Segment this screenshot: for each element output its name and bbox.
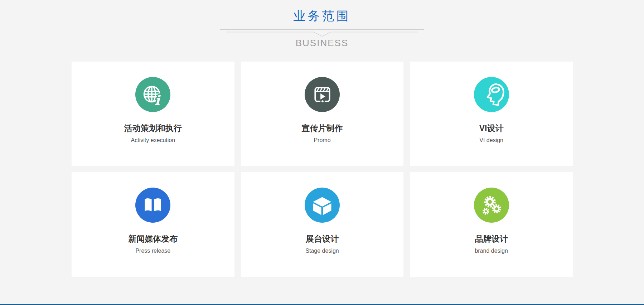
- card-title: 宣传片制作: [241, 123, 404, 134]
- service-card-promo[interactable]: 宣传片制作 Promo: [241, 62, 404, 166]
- card-subtitle: Press release: [72, 248, 234, 254]
- card-title: 品牌设计: [410, 233, 573, 244]
- card-subtitle: Activity execution: [72, 137, 234, 144]
- service-card-activity-execution[interactable]: i 活动策划和执行 Activity execution: [72, 62, 234, 166]
- section-subtitle: BUSINESS: [0, 38, 644, 48]
- globe-info-icon: i: [135, 77, 170, 112]
- card-title: 新闻媒体发布: [72, 233, 234, 244]
- card-title: 展台设计: [241, 233, 404, 244]
- clapperboard-play-icon: [305, 77, 340, 112]
- card-subtitle: brand design: [410, 248, 573, 254]
- head-profile-icon: [474, 77, 509, 112]
- services-grid: i 活动策划和执行 Activity execution 宣传片制作 Promo: [72, 62, 573, 277]
- page-title: 业务范围: [0, 0, 644, 23]
- service-card-brand-design[interactable]: 品牌设计 brand design: [410, 172, 573, 277]
- card-title: 活动策划和执行: [72, 123, 234, 134]
- card-subtitle: Promo: [241, 137, 404, 144]
- service-card-vi-design[interactable]: VI设计 VI design: [410, 62, 573, 166]
- section-divider: [220, 28, 424, 37]
- open-book-icon: [135, 188, 170, 223]
- gears-icon: [474, 188, 509, 223]
- section-header: 业务范围 BUSINESS: [0, 0, 644, 48]
- card-subtitle: Stage design: [241, 248, 404, 254]
- cube-icon: [305, 188, 340, 223]
- card-title: VI设计: [410, 123, 573, 134]
- service-card-stage-design[interactable]: 展台设计 Stage design: [241, 172, 404, 277]
- card-subtitle: VI design: [410, 137, 573, 144]
- service-card-press-release[interactable]: 新闻媒体发布 Press release: [72, 172, 234, 277]
